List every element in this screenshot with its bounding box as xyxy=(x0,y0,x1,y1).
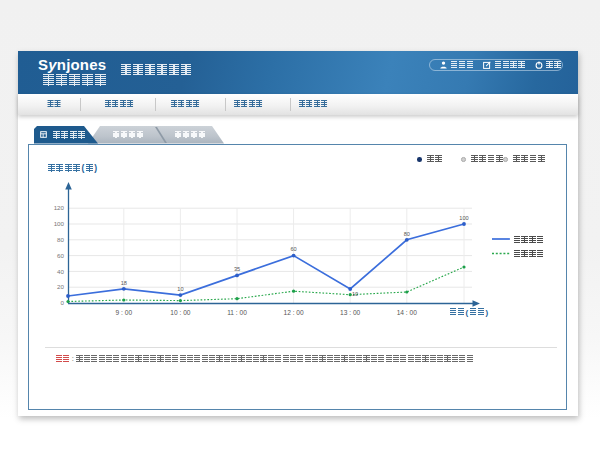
svg-text:120: 120 xyxy=(54,204,65,211)
svg-text:40: 40 xyxy=(57,268,64,275)
svg-text:10 : 00: 10 : 00 xyxy=(170,309,190,316)
svg-text:60: 60 xyxy=(290,246,296,252)
svg-text:13 : 00: 13 : 00 xyxy=(340,309,360,316)
svg-text:18: 18 xyxy=(121,280,127,286)
svg-text:14 : 00: 14 : 00 xyxy=(397,309,417,316)
svg-text:60: 60 xyxy=(57,252,64,259)
svg-text:80: 80 xyxy=(404,231,410,237)
svg-text:100: 100 xyxy=(54,220,65,227)
svg-text:20: 20 xyxy=(57,283,64,290)
svg-text:10: 10 xyxy=(177,286,183,292)
svg-text:11 : 00: 11 : 00 xyxy=(227,309,247,316)
svg-text:35: 35 xyxy=(234,266,240,272)
svg-text:100: 100 xyxy=(459,215,468,221)
svg-text:9 : 00: 9 : 00 xyxy=(116,309,133,316)
svg-text:80: 80 xyxy=(57,236,64,243)
svg-text:0: 0 xyxy=(61,299,65,306)
svg-text:10: 10 xyxy=(352,291,358,297)
svg-text:12 : 00: 12 : 00 xyxy=(284,309,304,316)
